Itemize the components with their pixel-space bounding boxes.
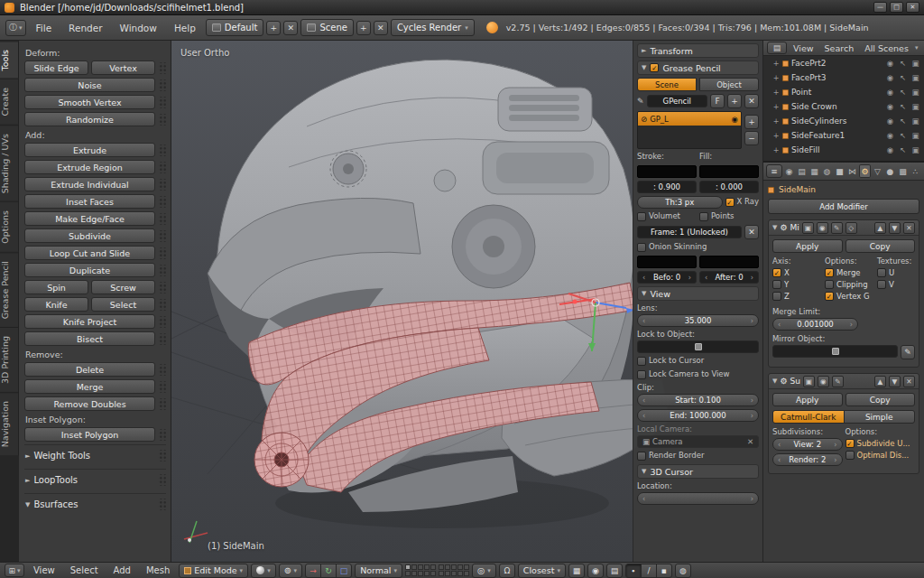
texture-v-checkbox[interactable]: [877, 280, 886, 289]
layout-selector[interactable]: Default: [206, 19, 264, 36]
visibility-eye-icon[interactable]: ◉: [884, 59, 896, 68]
tool-bisect[interactable]: Bisect: [24, 331, 155, 346]
layer-cell[interactable]: [430, 571, 436, 576]
lock-camera-checkbox[interactable]: [637, 370, 646, 379]
drag-grip[interactable]: [158, 97, 166, 108]
layer-cell[interactable]: [445, 564, 450, 570]
panel-looptools[interactable]: ► LoopTools: [24, 469, 166, 490]
cursor-x-field[interactable]: [637, 492, 759, 505]
maximize-button[interactable]: □: [890, 2, 903, 13]
tool-knife-select[interactable]: Select: [91, 297, 155, 312]
layer-cell[interactable]: [405, 564, 411, 570]
expand-icon[interactable]: +: [772, 117, 780, 126]
visibility-eye-icon[interactable]: ◉: [884, 145, 896, 154]
add-modifier-dropdown[interactable]: Add Modifier: [768, 199, 919, 214]
tab-object[interactable]: ■: [834, 164, 845, 178]
3d-viewport[interactable]: User Ortho (1) SideMain ► Transform ▼ ✓ …: [171, 41, 762, 562]
volumetric-checkbox[interactable]: [637, 212, 646, 221]
visibility-eye-icon[interactable]: ◉: [884, 88, 896, 97]
layer-cell[interactable]: [411, 571, 417, 576]
lock-object-field[interactable]: [637, 340, 759, 353]
render-subdivisions-stepper[interactable]: Render: 2: [772, 453, 843, 466]
selectability-arrow-icon[interactable]: ↖: [897, 88, 909, 97]
axis-z-checkbox[interactable]: [772, 292, 781, 301]
occlude-geometry-button[interactable]: ◍: [675, 564, 691, 578]
drag-grip[interactable]: [158, 247, 166, 259]
move-up-button[interactable]: ▲: [874, 222, 886, 234]
panel-grease-pencil[interactable]: ▼ ✓ Grease Pencil: [637, 61, 759, 75]
drag-grip[interactable]: [158, 196, 166, 208]
tool-vertex-slide[interactable]: Vertex: [91, 61, 155, 75]
edit-mode-display-toggle[interactable]: ✎: [831, 222, 843, 234]
tab-world[interactable]: ◍: [821, 164, 833, 178]
tab-create[interactable]: Create: [0, 79, 19, 125]
gp-thickness-slider[interactable]: Th:3 px: [637, 196, 723, 209]
outliner-item[interactable]: + Point ◉↖▣: [763, 85, 924, 99]
tool-noise[interactable]: Noise: [24, 78, 155, 92]
editor-type-button[interactable]: ⓘ ▾: [5, 20, 26, 36]
rotate-manipulator-button[interactable]: ↻: [320, 564, 337, 578]
close-button[interactable]: ✕: [906, 2, 919, 13]
outliner-item[interactable]: + FacePrt3 ◉↖▣: [763, 70, 924, 85]
drag-grip[interactable]: [158, 282, 166, 294]
gp-new-button[interactable]: +: [727, 94, 742, 108]
gp-frame-close-button[interactable]: ✕: [744, 225, 759, 239]
menu-help[interactable]: Help: [167, 23, 203, 33]
layer-cell[interactable]: [451, 571, 457, 576]
viewport-visibility-toggle[interactable]: ◉: [817, 222, 828, 234]
onion-after-color-swatch[interactable]: [699, 256, 759, 268]
renderability-camera-icon[interactable]: ▣: [910, 73, 921, 82]
drag-grip[interactable]: [158, 364, 166, 376]
tab-options[interactable]: Options: [0, 201, 19, 252]
expand-icon[interactable]: +: [772, 146, 780, 154]
proportional-edit-select[interactable]: ◎ ▾: [472, 564, 496, 578]
selectability-arrow-icon[interactable]: ↖: [897, 131, 909, 140]
gp-layer-add-button[interactable]: +: [744, 115, 759, 129]
scene-selector[interactable]: Scene: [300, 19, 354, 36]
gp-frame-button[interactable]: Frame: 1 (Unlocked): [637, 226, 742, 238]
clear-icon[interactable]: ✕: [747, 437, 753, 446]
outliner-item[interactable]: + Side Crown ◉↖▣: [763, 99, 924, 114]
mode-select[interactable]: Edit Mode ▾: [179, 564, 248, 578]
tool-duplicate[interactable]: Duplicate: [24, 263, 155, 277]
tool-screw[interactable]: Screw: [91, 280, 155, 294]
move-down-button[interactable]: ▼: [889, 222, 901, 234]
drag-grip[interactable]: [158, 62, 166, 74]
xray-checkbox[interactable]: ✓: [725, 198, 735, 207]
modifier-name[interactable]: Su: [790, 377, 799, 386]
menu-select[interactable]: Select: [64, 565, 105, 575]
tool-inset-polygon[interactable]: Inset Polygon: [24, 427, 155, 442]
layer-cell[interactable]: [424, 571, 430, 576]
cage-display-toggle[interactable]: ◇: [845, 222, 857, 234]
texture-u-checkbox[interactable]: [877, 268, 886, 277]
catmull-clark-button[interactable]: Catmull-Clark: [772, 410, 845, 424]
collapse-icon[interactable]: ▼: [772, 224, 777, 231]
copy-button[interactable]: Copy: [845, 393, 916, 406]
layer-cell[interactable]: [464, 564, 469, 570]
modifier-name[interactable]: Mi: [790, 223, 799, 232]
selected-vertex[interactable]: [573, 300, 578, 304]
modifier-subsurf-header[interactable]: ▼ ⚙ Su ▣ ◉ ✎ ▲ ▼ ✕: [769, 374, 919, 389]
snap-target-select[interactable]: Closest ▾: [518, 564, 566, 578]
tool-extrude[interactable]: Extrude: [24, 143, 155, 157]
panel-transform[interactable]: ► Transform: [637, 43, 759, 58]
stroke-alpha-slider[interactable]: : 0.900: [637, 181, 697, 193]
drag-grip[interactable]: [158, 179, 166, 191]
tool-loop-cut[interactable]: Loop Cut and Slide: [24, 246, 155, 260]
pivot-select[interactable]: ⊚ ▾: [279, 564, 302, 578]
tool-delete[interactable]: Delete: [24, 362, 155, 377]
gp-unlink-button[interactable]: ✕: [744, 94, 759, 108]
tab-render[interactable]: ◉: [783, 164, 795, 178]
fill-alpha-slider[interactable]: : 0.000: [699, 181, 759, 193]
renderability-camera-icon[interactable]: ▣: [910, 131, 921, 140]
vertex-select-button[interactable]: ∙: [625, 564, 642, 578]
layer-cell[interactable]: [445, 571, 450, 576]
scene-delete-button[interactable]: ✕: [374, 21, 388, 35]
renderability-camera-icon[interactable]: ▣: [910, 59, 921, 68]
viewport-visibility-toggle[interactable]: ◉: [818, 376, 829, 387]
translate-manipulator-button[interactable]: →: [305, 564, 321, 578]
tab-constraints[interactable]: ⋈: [846, 164, 858, 178]
onion-before-stepper[interactable]: Befo: 0: [637, 271, 697, 284]
tool-smooth-vertex[interactable]: Smooth Vertex: [24, 95, 155, 109]
tool-spin[interactable]: Spin: [24, 280, 88, 294]
